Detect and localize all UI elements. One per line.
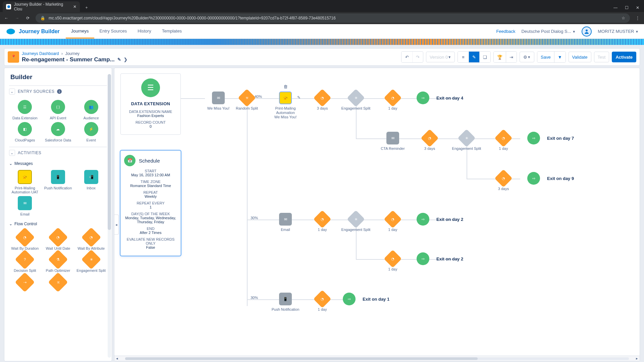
- node-wait-1day-1[interactable]: ◔1 day: [374, 92, 411, 111]
- node-wait-3days-1[interactable]: ◔3 days: [304, 92, 341, 111]
- star-icon[interactable]: ☆: [622, 16, 625, 20]
- exit-icon: ⇨: [417, 252, 429, 265]
- palette-print-mailing[interactable]: 📯Print-Mailing Automation UAT: [9, 170, 41, 194]
- node-wait-1day-5[interactable]: ◔1 day: [374, 252, 411, 272]
- window-controls: ― ☐ ✕: [613, 5, 644, 12]
- browser-tab[interactable]: Journey Builder - Marketing Clou ✕: [3, 1, 80, 12]
- new-tab-button[interactable]: ＋: [82, 3, 91, 12]
- trash-icon[interactable]: 🗑: [283, 84, 288, 89]
- palette-more-1[interactable]: ⇢: [9, 275, 41, 289]
- palette-decision-split[interactable]: ?Decision Split: [9, 252, 41, 273]
- node-exit-1[interactable]: ⇨: [339, 293, 359, 305]
- browser-menu-icon[interactable]: ⋮: [635, 16, 641, 20]
- node-wait-1day-4[interactable]: ◔1 day: [374, 213, 411, 232]
- palette-push[interactable]: 📱Push Notification: [42, 170, 74, 194]
- redo-button[interactable]: ↷: [412, 52, 423, 62]
- node-wait-1day-3[interactable]: ◔1 day: [304, 213, 341, 232]
- settings-button[interactable]: ⚙ ▼: [520, 52, 534, 62]
- maximize-icon[interactable]: ☐: [625, 5, 629, 10]
- entry-source-card[interactable]: ☰ DATA EXTENSION DATA EXTENSION NAME Fas…: [120, 73, 181, 135]
- pencil-icon[interactable]: ✎: [117, 57, 121, 62]
- node-exit-7[interactable]: ⇨: [524, 132, 544, 144]
- palette-wait-date[interactable]: ◔Wait Until Date: [42, 230, 74, 250]
- people-icon: 👥: [89, 105, 94, 109]
- section-entry-sources[interactable]: ⌄ ENTRY SOURCES i: [9, 85, 107, 97]
- palette-api-event[interactable]: { }API Event: [42, 100, 74, 120]
- split-pct-30b: 30%: [251, 296, 258, 300]
- breadcrumb-dashboard[interactable]: Journeys Dashboard: [22, 51, 59, 56]
- user-name[interactable]: MORITZ MUSTER ▼: [598, 29, 639, 34]
- scroll-right-icon[interactable]: ▸: [634, 356, 640, 361]
- node-engagement-split-1[interactable]: ✳Engagement Split: [337, 92, 374, 111]
- palette-path-optimizer[interactable]: ⚗Path Optimizer: [42, 252, 74, 273]
- feedback-link[interactable]: Feedback: [496, 29, 515, 34]
- calendar-icon: 📅: [124, 155, 136, 166]
- close-window-icon[interactable]: ✕: [636, 5, 639, 10]
- palette-engagement-split[interactable]: ✳Engagement Split: [75, 252, 107, 273]
- forward-icon[interactable]: →: [14, 16, 20, 20]
- palette-wait-attribute[interactable]: ◔Wait By Attribute: [75, 230, 107, 250]
- palette-data-extension[interactable]: ☰Data Extension: [9, 100, 41, 120]
- node-random-split[interactable]: ⤲Random Split: [228, 92, 265, 111]
- activate-button[interactable]: Activate: [612, 52, 636, 62]
- address-bar[interactable]: 🔒 mc.s50.exacttarget.com/cloud/#app/Jour…: [36, 13, 630, 23]
- brand[interactable]: Journey Builder: [0, 28, 66, 35]
- subsection-flow[interactable]: ⌄Flow Control: [9, 219, 107, 228]
- palette-audience[interactable]: 👥Audience: [75, 100, 107, 120]
- info-icon[interactable]: i: [57, 89, 62, 94]
- validate-button[interactable]: Validate: [569, 52, 591, 62]
- palette-inbox[interactable]: 📲Inbox: [75, 170, 107, 194]
- mail-icon: ✉: [386, 132, 399, 144]
- exit-criteria-button[interactable]: ⇥: [506, 52, 517, 62]
- node-wait-3days-2[interactable]: ◔3 days: [411, 132, 448, 151]
- tab-entry-sources[interactable]: Entry Sources: [94, 24, 132, 39]
- pencil-icon[interactable]: ✎: [297, 95, 301, 100]
- node-exit-9[interactable]: ⇨: [524, 172, 544, 185]
- journey-canvas[interactable]: ◂ ☰ DATA EXTENSION DATA EXTENSION NAME F…: [114, 68, 640, 361]
- palette-salesforce-data[interactable]: ☁Salesforce Data: [42, 122, 74, 142]
- view-list-button[interactable]: ≡: [458, 52, 469, 62]
- node-engagement-split-3[interactable]: ✳Engagement Split: [337, 213, 374, 232]
- journey-toolbar: 📍 Journeys Dashboard › Journey Re-engage…: [4, 48, 640, 66]
- node-exit-4[interactable]: ⇨: [413, 92, 433, 104]
- close-icon[interactable]: ✕: [73, 4, 76, 9]
- node-email[interactable]: ✉Email: [267, 213, 304, 232]
- undo-button[interactable]: ↶: [401, 52, 412, 62]
- node-wait-1day-2[interactable]: ◔1 day: [485, 132, 522, 151]
- tab-templates[interactable]: Templates: [157, 24, 187, 39]
- save-button[interactable]: Save: [537, 52, 554, 62]
- node-cta-reminder[interactable]: ✉CTA Reminder: [374, 132, 411, 151]
- node-exit-2b[interactable]: ⇨: [413, 252, 433, 265]
- node-wait-1day-6[interactable]: ◔1 day: [304, 293, 341, 312]
- palette-more-2[interactable]: ⤮: [42, 275, 74, 289]
- minimize-icon[interactable]: ―: [613, 5, 618, 10]
- save-menu-button[interactable]: ▼: [554, 52, 566, 62]
- schedule-card[interactable]: 📅 Schedule STARTMay 16, 2023 12:00 AM TI…: [120, 150, 181, 256]
- tab-journeys[interactable]: Journeys: [66, 24, 94, 39]
- node-print-mailing[interactable]: 📯🗑✎ Print-Mailing Automation We Miss You…: [267, 92, 304, 120]
- reload-icon[interactable]: ⟳: [25, 16, 31, 20]
- scroll-left-icon[interactable]: ◂: [114, 356, 120, 361]
- palette-event[interactable]: ⚡Event: [75, 122, 107, 142]
- node-wait-3days-3[interactable]: ◔3 days: [485, 172, 522, 191]
- avatar[interactable]: [582, 26, 592, 37]
- back-icon[interactable]: ←: [3, 16, 9, 20]
- sidebar-scrollbar[interactable]: [108, 74, 111, 358]
- node-exit-2a[interactable]: ⇨: [413, 213, 433, 226]
- palette-email[interactable]: ✉Email: [9, 196, 41, 216]
- subsection-messages[interactable]: ⌄Messages: [9, 159, 107, 167]
- node-push[interactable]: 📱Push Notification: [267, 293, 304, 312]
- chevron-right-icon[interactable]: ❯: [124, 57, 127, 62]
- canvas-horizontal-scrollbar[interactable]: ◂ ▸: [114, 356, 640, 361]
- node-engagement-split-2[interactable]: ✳Engagement Split: [448, 132, 485, 151]
- org-picker[interactable]: Deutsche Post Dialog S... ▼: [521, 29, 576, 34]
- palette-wait-duration[interactable]: ◔Wait By Duration: [9, 230, 41, 250]
- version-picker[interactable]: Version 0 ▼: [426, 52, 455, 62]
- view-gallery-button[interactable]: ❏: [479, 52, 490, 62]
- tab-history[interactable]: History: [132, 24, 156, 39]
- posthorn-icon: 📯🗑✎: [279, 92, 292, 104]
- section-activities[interactable]: ⌄ ACTIVITIES: [9, 147, 107, 159]
- view-edit-button[interactable]: ✎: [469, 52, 479, 62]
- goal-button[interactable]: 🏆: [494, 52, 506, 62]
- palette-cloudpages[interactable]: ◧CloudPages: [9, 122, 41, 142]
